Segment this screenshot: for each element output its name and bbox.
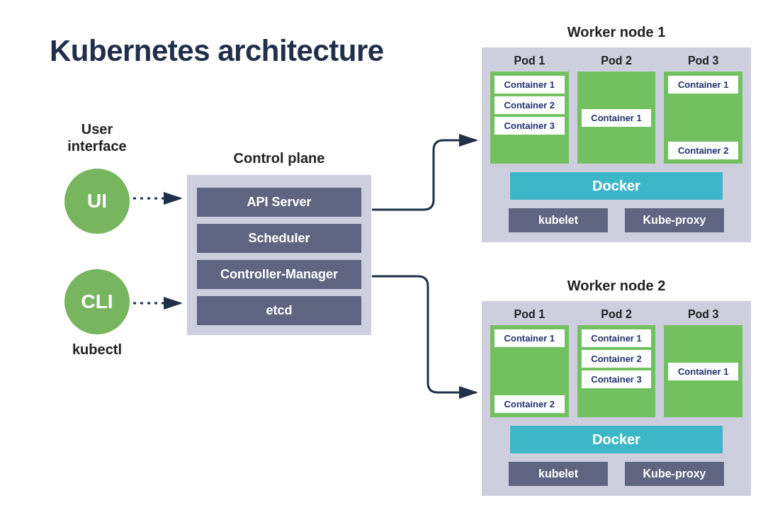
pod-label: Pod 2: [577, 308, 656, 321]
user-interface-heading: User interface: [44, 120, 150, 154]
controller-manager-box: Controller-Manager: [197, 260, 361, 289]
worker-1-box: Pod 1 Container 1 Container 2 Container …: [482, 47, 751, 242]
container-box: Container 2: [494, 395, 565, 413]
kube-proxy-box: Kube-proxy: [625, 462, 724, 486]
control-plane-box: API Server Scheduler Controller-Manager …: [187, 175, 371, 335]
pod-body: Container 1 Container 2 Container 3: [577, 325, 656, 417]
kube-row: kubelet Kube-proxy: [490, 208, 742, 232]
docker-bar: Docker: [510, 426, 723, 453]
container-box: Container 1: [668, 76, 738, 94]
worker-1-pods-row: Pod 1 Container 1 Container 2 Container …: [490, 55, 742, 164]
pod-label: Pod 1: [490, 55, 569, 67]
worker-2-pod-2: Pod 2 Container 1 Container 2 Container …: [577, 308, 656, 417]
control-plane-heading: Control plane: [187, 150, 371, 166]
worker-2-pods-row: Pod 1 Container 1 Container 2 Pod 2 Cont…: [490, 308, 742, 417]
container-box: Container 3: [582, 370, 652, 388]
pod-label: Pod 3: [664, 308, 742, 321]
container-box: Container 1: [582, 329, 652, 347]
docker-bar: Docker: [510, 172, 723, 200]
scheduler-box: Scheduler: [197, 224, 361, 253]
container-box: Container 2: [582, 350, 652, 368]
cli-section: CLI kubectl: [44, 269, 150, 358]
arrow-control-plane-to-worker-2: [372, 276, 476, 392]
container-box: Container 1: [582, 109, 652, 127]
pod-body: Container 1: [664, 325, 742, 417]
api-server-box: API Server: [197, 188, 361, 217]
kube-proxy-box: Kube-proxy: [625, 208, 724, 232]
container-box: Container 1: [494, 329, 565, 347]
worker-2-pod-3: Pod 3 Container 1: [664, 308, 742, 417]
pod-body: Container 1 Container 2 Container 3: [490, 72, 569, 164]
worker-node-2: Worker node 2 Pod 1 Container 1 Containe…: [482, 278, 751, 496]
kubectl-label: kubectl: [44, 341, 150, 358]
worker-2-box: Pod 1 Container 1 Container 2 Pod 2 Cont…: [482, 301, 751, 496]
pod-label: Pod 2: [577, 55, 656, 67]
diagram-title: Kubernetes architecture: [50, 34, 384, 68]
pod-label: Pod 3: [664, 55, 742, 67]
container-box: Container 1: [668, 363, 738, 380]
etcd-box: etcd: [197, 296, 361, 325]
arrow-control-plane-to-worker-1: [372, 140, 476, 210]
kubelet-box: kubelet: [509, 462, 608, 486]
cli-circle: CLI: [64, 269, 130, 334]
ui-section: User interface UI: [44, 120, 150, 234]
container-box: Container 1: [494, 76, 565, 94]
pod-label: Pod 1: [490, 308, 569, 321]
kube-row: kubelet Kube-proxy: [490, 462, 742, 486]
worker-2-pod-1: Pod 1 Container 1 Container 2: [490, 308, 569, 417]
worker-1-pod-2: Pod 2 Container 1: [577, 55, 656, 164]
kubelet-box: kubelet: [509, 208, 608, 232]
worker-1-pod-1: Pod 1 Container 1 Container 2 Container …: [490, 55, 569, 164]
worker-1-pod-3: Pod 3 Container 1 Container 2: [664, 55, 742, 164]
container-box: Container 2: [668, 142, 738, 159]
worker-1-heading: Worker node 1: [482, 24, 751, 40]
container-box: Container 2: [494, 96, 565, 114]
control-plane: Control plane API Server Scheduler Contr…: [187, 150, 371, 335]
pod-body: Container 1 Container 2: [664, 72, 742, 164]
worker-2-heading: Worker node 2: [482, 278, 751, 294]
pod-body: Container 1: [577, 72, 656, 164]
worker-node-1: Worker node 1 Pod 1 Container 1 Containe…: [482, 24, 751, 242]
container-box: Container 3: [494, 117, 565, 135]
pod-body: Container 1 Container 2: [490, 325, 569, 417]
ui-circle: UI: [64, 169, 130, 234]
